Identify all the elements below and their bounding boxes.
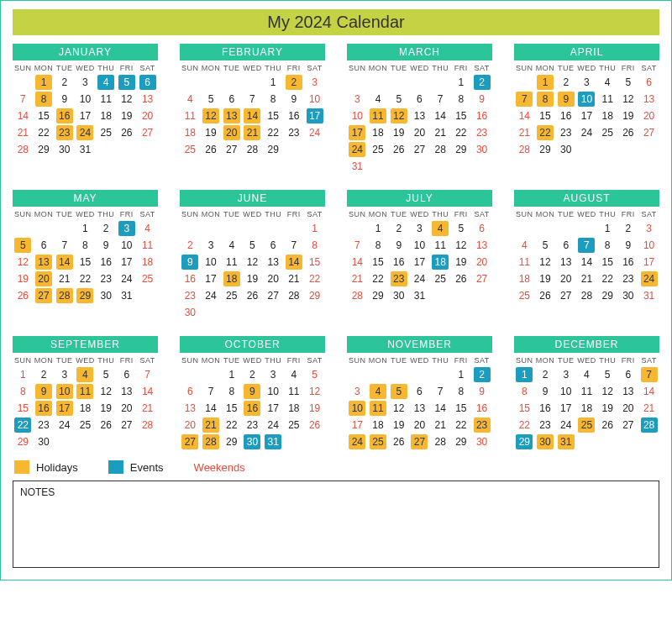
day-cell[interactable]: 30 — [97, 288, 114, 303]
day-cell[interactable]: 8 — [370, 238, 386, 253]
day-cell[interactable]: 24 — [349, 434, 365, 449]
day-cell[interactable]: 22 — [14, 418, 31, 433]
day-cell[interactable]: 3 — [349, 92, 365, 107]
day-cell[interactable]: 28 — [349, 288, 365, 303]
day-cell[interactable]: 23 — [474, 418, 491, 433]
day-cell[interactable]: 5 — [391, 384, 407, 399]
day-cell[interactable]: 28 — [432, 434, 449, 449]
day-cell[interactable]: 31 — [118, 288, 135, 303]
day-cell[interactable]: 23 — [474, 125, 491, 140]
day-cell[interactable]: 27 — [139, 125, 156, 140]
day-cell[interactable]: 8 — [453, 92, 470, 107]
day-cell[interactable]: 6 — [641, 75, 658, 90]
day-cell[interactable]: 1 — [516, 367, 533, 382]
day-cell[interactable]: 30 — [474, 142, 491, 157]
day-cell[interactable]: 7 — [56, 238, 73, 253]
day-cell[interactable]: 25 — [97, 125, 114, 140]
day-cell[interactable]: 8 — [76, 238, 93, 253]
day-cell[interactable]: 16 — [244, 401, 260, 416]
day-cell[interactable]: 10 — [349, 108, 365, 123]
day-cell[interactable]: 20 — [558, 271, 575, 286]
day-cell[interactable]: 1 — [76, 221, 93, 236]
day-cell[interactable]: 22 — [76, 271, 93, 286]
day-cell[interactable]: 15 — [35, 108, 52, 123]
day-cell[interactable]: 31 — [76, 142, 93, 157]
day-cell[interactable]: 9 — [474, 92, 491, 107]
day-cell[interactable]: 23 — [558, 125, 575, 140]
day-cell[interactable]: 10 — [558, 384, 575, 399]
day-cell[interactable]: 10 — [307, 92, 323, 107]
day-cell[interactable]: 21 — [56, 271, 73, 286]
day-cell[interactable]: 7 — [516, 92, 533, 107]
day-cell[interactable]: 18 — [370, 418, 386, 433]
day-cell[interactable]: 20 — [474, 255, 491, 270]
day-cell[interactable]: 28 — [578, 288, 595, 303]
day-cell[interactable]: 15 — [537, 108, 554, 123]
day-cell[interactable]: 11 — [76, 384, 93, 399]
day-cell[interactable]: 23 — [244, 418, 260, 433]
day-cell[interactable]: 31 — [641, 288, 658, 303]
day-cell[interactable]: 24 — [265, 418, 281, 433]
day-cell[interactable]: 8 — [307, 238, 323, 253]
day-cell[interactable]: 18 — [223, 271, 240, 286]
day-cell[interactable]: 11 — [370, 108, 386, 123]
day-cell[interactable]: 10 — [118, 238, 135, 253]
day-cell[interactable]: 20 — [411, 125, 428, 140]
day-cell[interactable]: 13 — [181, 401, 198, 416]
day-cell[interactable]: 16 — [181, 271, 198, 286]
day-cell[interactable]: 14 — [56, 255, 73, 270]
day-cell[interactable]: 4 — [370, 384, 386, 399]
notes-box[interactable]: NOTES — [13, 481, 659, 568]
day-cell[interactable]: 18 — [370, 125, 386, 140]
day-cell[interactable]: 30 — [620, 288, 637, 303]
day-cell[interactable]: 30 — [474, 434, 491, 449]
day-cell[interactable]: 20 — [620, 401, 637, 416]
day-cell[interactable]: 21 — [349, 271, 365, 286]
day-cell[interactable]: 18 — [516, 271, 533, 286]
day-cell[interactable]: 1 — [307, 221, 323, 236]
day-cell[interactable]: 27 — [641, 125, 658, 140]
day-cell[interactable]: 6 — [181, 384, 198, 399]
day-cell[interactable]: 7 — [432, 92, 449, 107]
day-cell[interactable]: 17 — [641, 255, 658, 270]
day-cell[interactable]: 29 — [599, 288, 616, 303]
day-cell[interactable]: 17 — [578, 108, 595, 123]
day-cell[interactable]: 5 — [391, 92, 407, 107]
day-cell[interactable]: 26 — [453, 271, 470, 286]
day-cell[interactable]: 13 — [223, 108, 240, 123]
day-cell[interactable]: 19 — [244, 271, 260, 286]
day-cell[interactable]: 19 — [391, 125, 407, 140]
day-cell[interactable]: 25 — [181, 142, 198, 157]
day-cell[interactable]: 26 — [307, 418, 323, 433]
day-cell[interactable]: 19 — [391, 418, 407, 433]
day-cell[interactable]: 4 — [181, 92, 198, 107]
day-cell[interactable]: 5 — [599, 367, 616, 382]
day-cell[interactable]: 25 — [516, 288, 533, 303]
day-cell[interactable]: 26 — [391, 142, 407, 157]
day-cell[interactable]: 21 — [14, 125, 31, 140]
day-cell[interactable]: 28 — [139, 418, 156, 433]
day-cell[interactable]: 5 — [14, 238, 31, 253]
day-cell[interactable]: 6 — [223, 92, 240, 107]
day-cell[interactable]: 27 — [181, 434, 198, 449]
day-cell[interactable]: 18 — [97, 108, 114, 123]
day-cell[interactable]: 9 — [97, 238, 114, 253]
day-cell[interactable]: 9 — [474, 384, 491, 399]
day-cell[interactable]: 16 — [286, 108, 302, 123]
day-cell[interactable]: 21 — [244, 125, 260, 140]
day-cell[interactable]: 24 — [307, 125, 323, 140]
day-cell[interactable]: 3 — [307, 75, 323, 90]
day-cell[interactable]: 19 — [202, 125, 219, 140]
day-cell[interactable]: 26 — [537, 288, 554, 303]
day-cell[interactable]: 24 — [578, 125, 595, 140]
day-cell[interactable]: 22 — [307, 271, 323, 286]
day-cell[interactable]: 10 — [411, 238, 428, 253]
day-cell[interactable]: 14 — [14, 108, 31, 123]
day-cell[interactable]: 22 — [516, 418, 533, 433]
day-cell[interactable]: 3 — [118, 221, 135, 236]
day-cell[interactable]: 11 — [139, 238, 156, 253]
day-cell[interactable]: 29 — [265, 142, 281, 157]
day-cell[interactable]: 25 — [223, 288, 240, 303]
day-cell[interactable]: 15 — [76, 255, 93, 270]
day-cell[interactable]: 14 — [578, 255, 595, 270]
